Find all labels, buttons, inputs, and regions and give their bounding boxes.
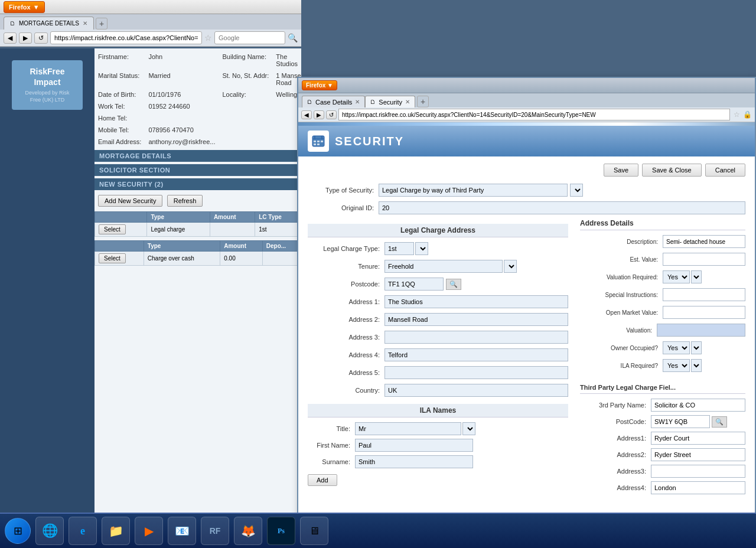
addr4-row: Address 4: [308,348,568,361]
addr3-label: Address 3: [308,334,384,341]
search-icon[interactable]: 🔍 [288,33,298,43]
tab-close-icon[interactable]: ✕ [83,20,87,27]
postcode-input[interactable] [384,278,444,291]
sec-star-icon: ☆ [734,110,740,119]
ila-title-input[interactable] [355,422,461,435]
riskfree-app-icon[interactable]: RF [201,517,229,545]
another-app-icon[interactable]: 🖥 [300,517,328,545]
sec-back-button[interactable]: ◀ [301,110,312,119]
sec-tab-security[interactable]: 🗋 Security ✕ [365,96,415,107]
ila-surname-input[interactable] [355,455,473,468]
ila-req-select[interactable]: YesNo [663,359,690,372]
col2-type: Type [144,241,220,252]
ila-title-row: Title: ▼ [308,422,568,435]
select-button-2[interactable]: Select [99,253,126,263]
tp-name-input[interactable] [651,399,745,412]
type-security-input[interactable] [379,184,568,197]
amount-cell-1 [210,223,255,237]
st-addr-label: St. No, St. Addr: [219,70,272,89]
tab-case-details[interactable]: 🗋 MORTGAGE DETAILS ✕ [4,17,94,30]
tp-addr1-label: Address1: [580,435,651,442]
add-new-security-button[interactable]: Add New Security [98,195,162,207]
valuation-input[interactable] [657,324,745,337]
security-header: SECURITY [298,126,755,156]
special-instr-input[interactable] [663,288,745,301]
owner-occ-dropdown[interactable]: ▼ [691,341,702,354]
add-ila-button[interactable]: Add [308,474,337,486]
sec-new-tab-button[interactable]: + [417,96,429,107]
refresh-button[interactable]: Refresh [167,195,203,207]
tp-postcode-search-button[interactable]: 🔍 [712,416,727,428]
reload-button[interactable]: ↺ [34,32,48,44]
firefox-taskbar-icon[interactable]: 🦊 [234,517,262,545]
open-market-input[interactable] [663,306,745,319]
start-button[interactable]: ⊞ [5,518,31,544]
owner-occ-select[interactable]: YesNo [663,341,690,354]
lc-type-select[interactable]: ▼ [415,242,428,255]
photoshop-icon[interactable]: Ps [267,517,295,545]
special-instr-label: Special Instructions: [580,292,663,298]
tenure-input[interactable] [384,260,503,273]
search-bar[interactable] [214,31,285,44]
dob-label: Date of Birth: [94,89,145,100]
security-window: Firefox ▼ 🗋 Case Details ✕ 🗋 Security ✕ … [297,77,756,548]
explorer-icon[interactable]: 📁 [102,517,130,545]
sec-firefox-button[interactable]: Firefox ▼ [302,80,337,90]
col2-empty [95,241,144,252]
save-button[interactable]: Save [604,164,638,177]
addr2-input[interactable] [384,313,568,326]
description-input[interactable] [663,235,745,248]
type-security-select[interactable]: ▼ [570,184,583,197]
security-actions: Save Save & Close Cancel [298,156,755,184]
addr5-input[interactable] [384,366,568,379]
country-input[interactable] [384,384,568,397]
sec-address-bar[interactable] [338,109,730,120]
ila-title-select[interactable]: ▼ [462,422,475,435]
est-value-input[interactable] [663,253,745,266]
firefox-dropdown-icon: ▼ [33,4,40,11]
addr3-input[interactable] [384,331,568,344]
val-req-row: Valuation Required: YesNo ▼ [580,270,745,283]
ie-icon[interactable]: e [69,517,97,545]
sec-tab-case-details[interactable]: 🗋 Case Details ✕ [302,96,365,107]
open-market-label: Open Market Value: [580,309,663,316]
tp-postcode-input[interactable] [651,415,710,428]
tp-addr1-input[interactable] [651,432,745,445]
ila-firstname-label: First Name: [308,442,355,449]
forward-button[interactable]: ▶ [19,32,32,44]
lc-type-input[interactable] [384,242,414,255]
cancel-button[interactable]: Cancel [705,164,745,177]
tenure-select[interactable]: ▼ [504,260,517,273]
postcode-search-button[interactable]: 🔍 [446,279,461,290]
tp-addr4-input[interactable] [651,481,745,494]
sec-forward-button[interactable]: ▶ [314,110,324,119]
email-icon[interactable]: 📧 [168,517,196,545]
firefox-button[interactable]: Firefox ▼ [4,1,45,13]
save-close-button[interactable]: Save & Close [642,164,702,177]
ila-firstname-row: First Name: [308,439,568,452]
est-value-label: Est. Value: [580,256,663,263]
media-player-icon[interactable]: ▶ [135,517,163,545]
back-button[interactable]: ◀ [4,32,17,44]
address-bar[interactable] [50,31,202,44]
mobile-value: 078956 470470 [145,124,219,136]
select-button-1[interactable]: Select [99,224,126,234]
new-tab-button[interactable]: + [96,18,107,30]
chrome-icon[interactable]: 🌐 [35,517,64,545]
ila-req-dropdown[interactable]: ▼ [691,359,702,372]
sec-reload-button[interactable]: ↺ [326,110,337,119]
ila-firstname-input[interactable] [355,439,473,452]
val-req-select[interactable]: YesNo [663,270,690,283]
mortgage-section: MORTGAGE DETAILS [94,150,301,162]
tp-addr3-input[interactable] [651,465,745,478]
val-req-dropdown[interactable]: ▼ [691,270,702,283]
tenure-label: Tenure: [308,263,384,270]
original-id-input[interactable] [379,201,745,214]
addr4-input[interactable] [384,348,568,361]
sec-tab-close-case[interactable]: ✕ [355,99,360,105]
lc-type-row: Legal Charge Type: ▼ [308,242,568,255]
tp-addr2-input[interactable] [651,448,745,461]
addr1-input[interactable] [384,295,568,308]
sec-tab-close-sec[interactable]: ✕ [405,99,410,105]
tp-addr4-label: Address4: [580,484,651,491]
